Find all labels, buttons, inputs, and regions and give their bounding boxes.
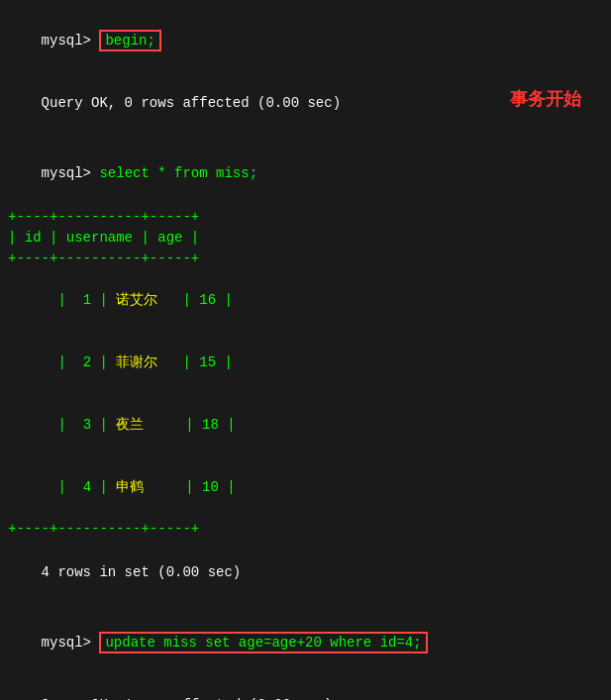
rows-count-1: 4 rows in set (0.00 sec): [8, 542, 603, 604]
update-cmd-line: mysql> update miss set age=age+20 where …: [8, 612, 603, 674]
table-border-mid-1: +----+----------+-----+: [8, 249, 603, 269]
select-cmd-line-1: mysql> select * from miss;: [8, 143, 603, 205]
table-border-bot-1: +----+----------+-----+: [8, 519, 603, 540]
section-label: 事务开始: [510, 87, 581, 111]
update-result-1: Query OK, 1 row affected (0.00 sec): [8, 674, 603, 700]
begin-command-line: mysql> begin;: [8, 10, 603, 72]
table-border-top-1: +----+----------+-----+: [8, 207, 603, 228]
table-row-1-1: | 1 | 诺艾尔 | 16 |: [8, 269, 603, 332]
prompt-1: mysql>: [42, 33, 100, 49]
table-header-1: | id | username | age |: [8, 228, 603, 249]
table-row-1-4: | 4 | 申鹤 | 10 |: [8, 456, 603, 519]
table-row-1-2: | 2 | 菲谢尔 | 15 |: [8, 332, 603, 394]
update-cmd-highlighted: update miss set age=age+20 where id=4;: [99, 632, 427, 653]
table-row-1-3: | 3 | 夜兰 | 18 |: [8, 394, 603, 456]
terminal-output: mysql> begin; Query OK, 0 rows affected …: [8, 10, 603, 700]
table-1: +----+----------+-----+ | id | username …: [8, 207, 603, 540]
begin-cmd-highlighted: begin;: [99, 30, 160, 51]
